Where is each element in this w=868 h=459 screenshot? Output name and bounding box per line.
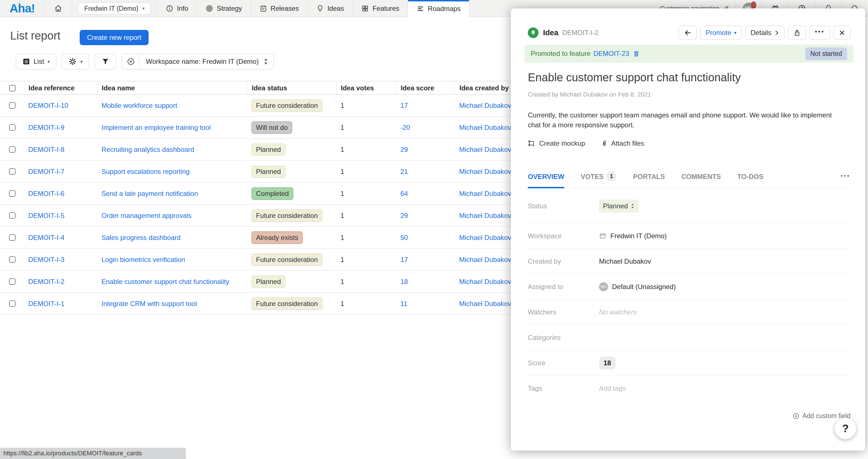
watchers-value[interactable]: No watchers	[599, 308, 637, 316]
remove-filter-button[interactable]	[122, 54, 140, 69]
idea-created-by-link[interactable]: Michael Dubakov	[459, 168, 511, 175]
idea-created-by-link[interactable]: Michael Dubakov	[459, 190, 511, 197]
idea-reference-link[interactable]: DEMOIT-I-7	[28, 168, 64, 175]
idea-score-link[interactable]: 50	[400, 234, 408, 241]
idea-name-link[interactable]: Mobile workforce support	[101, 102, 177, 109]
settings-button[interactable]: ▾	[62, 54, 89, 69]
idea-score-link[interactable]: 64	[400, 190, 408, 197]
idea-name-link[interactable]: Integrate CRM with support tool	[101, 300, 197, 307]
row-select-cell[interactable]	[0, 168, 24, 175]
idea-reference-link[interactable]: DEMOIT-I-6	[28, 190, 64, 197]
idea-score-link[interactable]: -20	[400, 124, 410, 131]
idea-reference-link[interactable]: DEMOIT-I-2	[28, 278, 64, 285]
row-select-cell[interactable]	[0, 278, 24, 285]
idea-score-link[interactable]: 17	[400, 256, 408, 263]
tabs-overflow-button[interactable]: •••	[841, 172, 850, 179]
row-select-cell[interactable]	[0, 300, 24, 307]
tab-comments[interactable]: COMMENTS	[681, 169, 721, 188]
details-button[interactable]: Details	[745, 26, 785, 40]
row-checkbox[interactable]	[9, 190, 16, 197]
column-header-idea-votes[interactable]: Idea votes	[337, 81, 396, 95]
idea-reference-link[interactable]: DEMOIT-I-5	[28, 212, 64, 219]
column-header-idea-score[interactable]: Idea score	[396, 81, 454, 95]
row-checkbox[interactable]	[9, 102, 16, 109]
idea-created-by-link[interactable]: Michael Dubakov	[459, 212, 511, 219]
share-button[interactable]	[788, 26, 806, 40]
idea-score-link[interactable]: 18	[400, 278, 408, 285]
idea-name-link[interactable]: Support escalations reporting	[101, 168, 190, 175]
idea-created-by-link[interactable]: Michael Dubakov	[459, 278, 511, 285]
idea-reference-link[interactable]: DEMOIT-I-8	[28, 146, 64, 153]
more-options-button[interactable]: •••	[809, 26, 830, 40]
row-select-cell[interactable]	[0, 190, 24, 197]
create-mockup-link[interactable]: Create mockup	[528, 139, 585, 147]
column-header-idea-status[interactable]: Idea status	[247, 81, 337, 95]
idea-name-link[interactable]: Sales progress dashboard	[101, 234, 181, 241]
status-dropdown[interactable]: Planned	[599, 200, 639, 212]
nav-item-roadmaps[interactable]: Roadmaps	[408, 0, 469, 17]
workspace-selector[interactable]: Fredwin IT (Demo) ▾	[78, 3, 151, 14]
idea-score-link[interactable]: 11	[400, 300, 407, 307]
tab-to-dos[interactable]: TO-DOS	[737, 169, 764, 188]
idea-score-link[interactable]: 17	[400, 102, 408, 109]
filter-button[interactable]	[95, 54, 116, 69]
view-type-button[interactable]: List ▾	[16, 54, 56, 69]
idea-name-link[interactable]: Order management approvals	[101, 212, 192, 219]
idea-created-by-link[interactable]: Michael Dubakov	[459, 234, 511, 241]
idea-reference-link[interactable]: DEMOIT-I-9	[28, 124, 64, 131]
trash-icon[interactable]	[632, 50, 640, 57]
row-checkbox[interactable]	[9, 300, 16, 307]
idea-name-link[interactable]: Login biometrics verification	[101, 256, 185, 263]
help-button[interactable]: ?	[835, 418, 856, 439]
row-checkbox[interactable]	[9, 146, 16, 153]
idea-created-by-link[interactable]: Michael Dubakov	[459, 102, 511, 109]
idea-score-link[interactable]: 29	[400, 212, 408, 219]
row-checkbox[interactable]	[9, 256, 16, 263]
row-checkbox[interactable]	[9, 124, 16, 131]
idea-name-link[interactable]: Send a late payment notification	[101, 190, 198, 197]
idea-name-link[interactable]: Enable customer support chat functionali…	[101, 278, 229, 285]
row-select-cell[interactable]	[0, 212, 24, 219]
row-select-cell[interactable]	[0, 102, 24, 109]
home-button[interactable]	[44, 0, 72, 17]
idea-name-link[interactable]: Implement an employee training tool	[101, 124, 211, 131]
close-button[interactable]	[834, 26, 850, 40]
row-select-cell[interactable]	[0, 146, 24, 153]
nav-item-releases[interactable]: Releases	[251, 0, 307, 17]
idea-created-by-link[interactable]: Michael Dubakov	[459, 124, 511, 131]
workspace-filter-pill[interactable]: Workspace name: Fredwin IT (Demo)	[122, 54, 274, 69]
row-checkbox[interactable]	[9, 234, 16, 241]
assigned-to-value[interactable]: N/A Default (Unassigned)	[599, 282, 676, 291]
idea-reference-link[interactable]: DEMOIT-I-1	[28, 300, 64, 307]
idea-created-by-link[interactable]: Michael Dubakov	[459, 256, 511, 263]
column-header-idea-name[interactable]: Idea name	[97, 81, 247, 95]
nav-item-features[interactable]: Features	[352, 0, 408, 17]
row-checkbox[interactable]	[9, 212, 16, 219]
nav-item-strategy[interactable]: Strategy	[197, 0, 250, 17]
idea-name-link[interactable]: Recruiting analytics dashboard	[101, 146, 194, 153]
select-all-checkbox[interactable]	[9, 85, 16, 92]
back-button[interactable]	[679, 26, 697, 40]
promoted-feature-link[interactable]: DEMOIT-23	[593, 50, 629, 58]
score-value[interactable]: 18	[599, 357, 616, 369]
idea-reference-link[interactable]: DEMOIT-I-3	[28, 256, 64, 263]
idea-reference-link[interactable]: DEMOIT-I-10	[28, 102, 68, 109]
select-all-cell[interactable]	[0, 85, 24, 92]
tab-votes[interactable]: VOTES1	[581, 169, 617, 188]
create-new-report-button[interactable]: Create new report	[80, 30, 149, 45]
row-select-cell[interactable]	[0, 234, 24, 241]
column-header-idea-reference[interactable]: Idea reference	[24, 81, 97, 95]
tags-input-placeholder[interactable]: Add tags	[599, 385, 626, 392]
row-select-cell[interactable]	[0, 256, 24, 263]
nav-item-ideas[interactable]: Ideas	[307, 0, 352, 17]
idea-score-link[interactable]: 21	[400, 168, 408, 175]
tab-portals[interactable]: PORTALS	[633, 169, 665, 188]
attach-files-link[interactable]: Attach files	[601, 139, 644, 147]
idea-reference-link[interactable]: DEMOIT-I-4	[28, 234, 64, 241]
aha-logo[interactable]: Aha!	[0, 0, 44, 17]
promote-button[interactable]: Promote ▾	[700, 26, 742, 40]
row-checkbox[interactable]	[9, 278, 16, 285]
tab-overview[interactable]: OVERVIEW	[528, 169, 564, 188]
nav-item-info[interactable]: Info	[157, 0, 197, 17]
idea-created-by-link[interactable]: Michael Dubakov	[459, 146, 511, 153]
